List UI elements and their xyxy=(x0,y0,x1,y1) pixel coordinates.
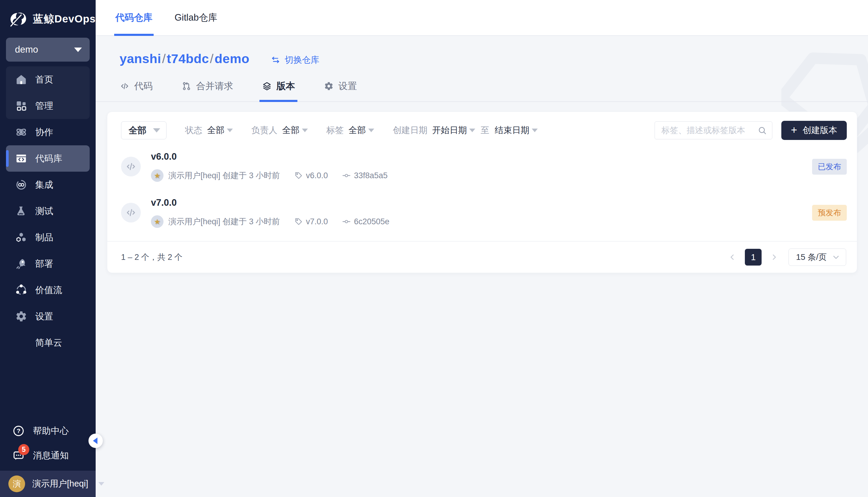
date-to-label: 至 xyxy=(481,124,489,136)
tab-label: Gitlab仓库 xyxy=(175,11,217,24)
pagination-summary: 1 – 2 个，共 2 个 xyxy=(121,252,183,262)
tag-icon xyxy=(294,217,303,226)
date-start-picker[interactable]: 开始日期 xyxy=(432,124,475,136)
sidebar-item-deploy[interactable]: 部署 xyxy=(6,251,90,277)
page-size-value: 15 条/页 xyxy=(796,252,827,263)
chevron-down-icon xyxy=(532,129,538,132)
filter-bar: 全部 状态 全部 负责人 全部 标签 全部 xyxy=(107,112,857,141)
status-filter-label: 状态 xyxy=(185,124,202,136)
sidebar-menu: 首页 管理 协作 代码库 xyxy=(0,66,96,356)
sidebar-item-label: 集成 xyxy=(35,179,53,191)
sidebar-item-settings[interactable]: 设置 xyxy=(6,303,90,329)
create-version-button[interactable]: + 创建版本 xyxy=(781,121,847,140)
user-menu[interactable]: 演 演示用户[heqi] xyxy=(0,471,96,497)
sidebar-item-artifacts[interactable]: 制品 xyxy=(6,224,90,251)
chevron-down-icon xyxy=(832,253,840,261)
chevron-down-icon xyxy=(227,129,233,132)
sidebar-item-label: 协作 xyxy=(35,126,53,139)
commit-icon xyxy=(342,171,351,180)
repo-tab-settings[interactable]: 设置 xyxy=(324,80,357,101)
chevron-down-icon xyxy=(469,129,475,132)
repo-title-separator: / xyxy=(161,52,167,66)
active-indicator xyxy=(6,150,9,167)
prev-page-button[interactable] xyxy=(726,251,738,263)
sidebar-item-value-stream[interactable]: 价值流 xyxy=(6,277,90,303)
next-page-button[interactable] xyxy=(768,251,780,263)
status-filter-value[interactable]: 全部 xyxy=(207,124,233,136)
integration-icon xyxy=(15,179,28,191)
filter-value-text: 全部 xyxy=(282,124,300,136)
message-icon: 5 xyxy=(12,449,25,462)
plus-icon: + xyxy=(791,125,797,136)
tag-filter-value[interactable]: 全部 xyxy=(348,124,374,136)
version-row[interactable]: v7.0.0 ★ 演示用户[heqi] 创建于 3 小时前 v7.0.0 xyxy=(107,189,857,236)
scope-filter-value: 全部 xyxy=(129,124,146,137)
chevron-left-icon xyxy=(728,253,736,261)
collapse-arrow-icon xyxy=(93,438,98,444)
sidebar-item-label: 制品 xyxy=(35,231,53,244)
repo-title-separator: / xyxy=(209,52,214,66)
repo-tab-versions[interactable]: 版本 xyxy=(262,80,295,101)
versions-card: 全部 状态 全部 负责人 全部 标签 全部 xyxy=(107,112,857,273)
version-commit: 6c20505e xyxy=(342,217,389,226)
swap-arrows-icon xyxy=(271,55,280,65)
repo-tab-label: 代码 xyxy=(134,80,153,93)
version-commit: 33f8a5a5 xyxy=(342,171,388,180)
notifications-label: 消息通知 xyxy=(33,450,69,462)
owner-filter: 负责人 全部 xyxy=(251,124,308,136)
sidebar-item-collaboration[interactable]: 协作 xyxy=(6,119,90,145)
user-star-avatar: ★ xyxy=(151,215,163,228)
scope-filter-select[interactable]: 全部 xyxy=(121,122,167,139)
project-selector[interactable]: demo xyxy=(6,38,90,61)
sidebar-menu-group: 首页 管理 xyxy=(6,66,90,119)
gear-icon xyxy=(324,81,334,91)
bluking-whale-logo-icon xyxy=(9,11,29,27)
version-tag: v7.0.0 xyxy=(294,217,328,226)
chevron-down-icon xyxy=(74,47,82,52)
tab-code-repository[interactable]: 代码仓库 xyxy=(114,0,154,35)
sidebar-item-testing[interactable]: 测试 xyxy=(6,198,90,224)
date-filter: 创建日期 开始日期 至 结束日期 xyxy=(393,124,538,136)
version-row[interactable]: v6.0.0 ★ 演示用户[heqi] 创建于 3 小时前 v6.0.0 xyxy=(107,144,857,189)
tab-gitlab-repository[interactable]: Gitlab仓库 xyxy=(173,0,218,35)
commit-icon xyxy=(342,217,351,226)
version-meta-text: 演示用户[heqi] 创建于 3 小时前 xyxy=(168,216,280,227)
app-logo: 蓝鲸DevOps xyxy=(0,0,96,38)
sidebar-item-label: 设置 xyxy=(35,310,53,323)
notifications-item[interactable]: 5 消息通知 xyxy=(0,443,96,468)
sidebar-item-simple-cloud[interactable]: 简单云 xyxy=(6,329,90,356)
page-number-button[interactable]: 1 xyxy=(745,249,762,266)
switch-repo-link[interactable]: 切换仓库 xyxy=(271,54,319,66)
repo-tab-merge-requests[interactable]: 合并请求 xyxy=(182,80,233,101)
main-area: 代码仓库 Gitlab仓库 yanshi/t74bdc/demo 切换仓库 xyxy=(96,0,868,497)
project-selector-value: demo xyxy=(15,44,38,55)
repo-title-part: demo xyxy=(215,52,249,66)
page-size-select[interactable]: 15 条/页 xyxy=(789,248,846,266)
search-icon[interactable] xyxy=(758,126,767,135)
pagination-controls: 1 15 条/页 xyxy=(726,248,846,266)
version-tag-text: v7.0.0 xyxy=(306,217,328,226)
help-center-item[interactable]: ? 帮助中心 xyxy=(0,418,96,443)
version-info: v7.0.0 ★ 演示用户[heqi] 创建于 3 小时前 v7.0.0 xyxy=(151,197,389,228)
version-meta: ★ 演示用户[heqi] 创建于 3 小时前 v6.0.0 33f8a5a5 xyxy=(151,169,388,182)
date-end-picker[interactable]: 结束日期 xyxy=(495,124,538,136)
help-icon: ? xyxy=(12,424,25,438)
sidebar-item-label: 代码库 xyxy=(35,153,62,165)
chevron-right-icon xyxy=(770,253,778,261)
version-code-icon xyxy=(121,157,141,176)
sidebar-item-manage[interactable]: 管理 xyxy=(6,93,90,119)
sidebar-collapse-button[interactable] xyxy=(88,434,103,448)
repo-tab-code[interactable]: 代码 xyxy=(119,80,153,101)
help-center-label: 帮助中心 xyxy=(33,425,69,437)
version-info: v6.0.0 ★ 演示用户[heqi] 创建于 3 小时前 v6.0.0 xyxy=(151,151,388,182)
date-start-value: 开始日期 xyxy=(432,124,467,136)
sidebar-item-label: 测试 xyxy=(35,205,53,217)
search-input[interactable] xyxy=(662,126,758,135)
repo-title-part: yanshi xyxy=(119,52,161,66)
chevron-down-icon xyxy=(153,128,160,132)
repo-tab-bar: 代码 合并请求 版本 xyxy=(96,80,868,102)
sidebar-item-code-repo[interactable]: 代码库 xyxy=(6,145,90,172)
sidebar-item-integration[interactable]: 集成 xyxy=(6,172,90,198)
sidebar-item-home[interactable]: 首页 xyxy=(6,66,90,93)
owner-filter-value[interactable]: 全部 xyxy=(282,124,308,136)
